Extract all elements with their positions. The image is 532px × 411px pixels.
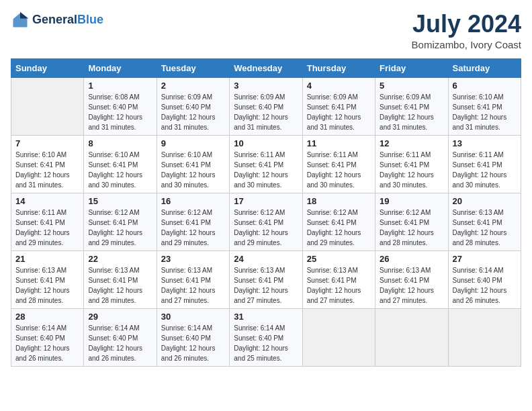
day-number: 9 <box>161 138 225 148</box>
calendar-cell: 16Sunrise: 6:12 AMSunset: 6:41 PMDayligh… <box>157 193 229 250</box>
day-info: Sunrise: 6:10 AMSunset: 6:41 PMDaylight:… <box>88 150 152 190</box>
day-info: Sunrise: 6:11 AMSunset: 6:41 PMDaylight:… <box>307 150 371 190</box>
calendar-cell: 30Sunrise: 6:14 AMSunset: 6:40 PMDayligh… <box>157 308 229 366</box>
day-number: 5 <box>380 81 443 91</box>
day-info: Sunrise: 6:12 AMSunset: 6:41 PMDaylight:… <box>380 208 443 248</box>
svg-marker-1 <box>20 12 28 19</box>
calendar-cell: 22Sunrise: 6:13 AMSunset: 6:41 PMDayligh… <box>84 250 157 308</box>
calendar-cell: 6Sunrise: 6:10 AMSunset: 6:41 PMDaylight… <box>448 77 521 135</box>
day-info: Sunrise: 6:12 AMSunset: 6:41 PMDaylight:… <box>161 208 225 248</box>
calendar-cell: 21Sunrise: 6:13 AMSunset: 6:41 PMDayligh… <box>11 250 84 308</box>
calendar-cell: 13Sunrise: 6:11 AMSunset: 6:41 PMDayligh… <box>448 135 521 193</box>
calendar-cell: 8Sunrise: 6:10 AMSunset: 6:41 PMDaylight… <box>84 135 157 193</box>
calendar-cell: 24Sunrise: 6:13 AMSunset: 6:41 PMDayligh… <box>230 250 302 308</box>
day-info: Sunrise: 6:10 AMSunset: 6:41 PMDaylight:… <box>15 150 79 190</box>
calendar-week-row: 7Sunrise: 6:10 AMSunset: 6:41 PMDaylight… <box>11 135 521 193</box>
column-header-monday: Monday <box>84 58 157 77</box>
title-section: July 2024 Bomizambo, Ivory Coast <box>412 11 521 50</box>
day-number: 26 <box>380 254 443 264</box>
calendar-cell: 11Sunrise: 6:11 AMSunset: 6:41 PMDayligh… <box>302 135 375 193</box>
day-number: 16 <box>161 196 225 206</box>
day-number: 29 <box>88 312 152 322</box>
day-info: Sunrise: 6:13 AMSunset: 6:41 PMDaylight:… <box>234 265 298 306</box>
calendar-cell <box>448 308 521 366</box>
calendar-week-row: 1Sunrise: 6:08 AMSunset: 6:40 PMDaylight… <box>11 77 521 135</box>
logo-text: GeneralBlue <box>32 13 103 27</box>
day-info: Sunrise: 6:09 AMSunset: 6:41 PMDaylight:… <box>380 92 443 132</box>
calendar-week-row: 21Sunrise: 6:13 AMSunset: 6:41 PMDayligh… <box>11 250 521 308</box>
calendar-cell: 28Sunrise: 6:14 AMSunset: 6:40 PMDayligh… <box>11 308 84 366</box>
calendar-cell: 7Sunrise: 6:10 AMSunset: 6:41 PMDaylight… <box>11 135 84 193</box>
calendar-table: SundayMondayTuesdayWednesdayThursdayFrid… <box>11 58 521 367</box>
day-info: Sunrise: 6:08 AMSunset: 6:40 PMDaylight:… <box>88 92 152 132</box>
calendar-cell: 29Sunrise: 6:14 AMSunset: 6:40 PMDayligh… <box>84 308 157 366</box>
day-number: 1 <box>88 81 152 91</box>
day-number: 3 <box>234 81 298 91</box>
calendar-cell: 1Sunrise: 6:08 AMSunset: 6:40 PMDaylight… <box>84 77 157 135</box>
day-info: Sunrise: 6:12 AMSunset: 6:41 PMDaylight:… <box>234 208 298 248</box>
calendar-cell: 3Sunrise: 6:09 AMSunset: 6:40 PMDaylight… <box>230 77 302 135</box>
day-info: Sunrise: 6:10 AMSunset: 6:41 PMDaylight:… <box>161 150 225 190</box>
logo-icon <box>11 11 30 30</box>
day-info: Sunrise: 6:13 AMSunset: 6:41 PMDaylight:… <box>307 265 371 306</box>
calendar-cell: 18Sunrise: 6:12 AMSunset: 6:41 PMDayligh… <box>302 193 375 250</box>
calendar-cell <box>302 308 375 366</box>
day-info: Sunrise: 6:13 AMSunset: 6:41 PMDaylight:… <box>15 265 79 306</box>
day-number: 20 <box>453 196 517 206</box>
day-number: 15 <box>88 196 152 206</box>
day-info: Sunrise: 6:14 AMSunset: 6:40 PMDaylight:… <box>161 323 225 363</box>
day-info: Sunrise: 6:14 AMSunset: 6:40 PMDaylight:… <box>453 265 517 306</box>
calendar-cell: 27Sunrise: 6:14 AMSunset: 6:40 PMDayligh… <box>448 250 521 308</box>
day-number: 27 <box>453 254 517 264</box>
day-number: 4 <box>307 81 371 91</box>
day-number: 30 <box>161 312 225 322</box>
day-number: 24 <box>234 254 298 264</box>
calendar-cell: 20Sunrise: 6:13 AMSunset: 6:41 PMDayligh… <box>448 193 521 250</box>
day-number: 17 <box>234 196 298 206</box>
day-info: Sunrise: 6:12 AMSunset: 6:41 PMDaylight:… <box>88 208 152 248</box>
day-number: 13 <box>453 138 517 148</box>
day-number: 2 <box>161 81 225 91</box>
day-number: 19 <box>380 196 443 206</box>
day-number: 18 <box>307 196 371 206</box>
header: GeneralBlue July 2024 Bomizambo, Ivory C… <box>11 11 521 50</box>
calendar-cell: 12Sunrise: 6:11 AMSunset: 6:41 PMDayligh… <box>375 135 448 193</box>
logo: GeneralBlue <box>11 11 103 30</box>
day-info: Sunrise: 6:09 AMSunset: 6:41 PMDaylight:… <box>307 92 371 132</box>
day-info: Sunrise: 6:14 AMSunset: 6:40 PMDaylight:… <box>88 323 152 363</box>
day-number: 6 <box>453 81 517 91</box>
day-info: Sunrise: 6:13 AMSunset: 6:41 PMDaylight:… <box>161 265 225 306</box>
day-info: Sunrise: 6:13 AMSunset: 6:41 PMDaylight:… <box>380 265 443 306</box>
day-number: 22 <box>88 254 152 264</box>
day-info: Sunrise: 6:11 AMSunset: 6:41 PMDaylight:… <box>15 208 79 248</box>
column-header-tuesday: Tuesday <box>157 58 229 77</box>
day-number: 21 <box>15 254 79 264</box>
day-number: 10 <box>234 138 298 148</box>
calendar-cell: 15Sunrise: 6:12 AMSunset: 6:41 PMDayligh… <box>84 193 157 250</box>
calendar-cell: 10Sunrise: 6:11 AMSunset: 6:41 PMDayligh… <box>230 135 302 193</box>
calendar-cell: 2Sunrise: 6:09 AMSunset: 6:40 PMDaylight… <box>157 77 229 135</box>
location-title: Bomizambo, Ivory Coast <box>412 39 521 50</box>
day-info: Sunrise: 6:10 AMSunset: 6:41 PMDaylight:… <box>453 92 517 132</box>
calendar-cell: 26Sunrise: 6:13 AMSunset: 6:41 PMDayligh… <box>375 250 448 308</box>
column-header-saturday: Saturday <box>448 58 521 77</box>
calendar-cell <box>11 77 84 135</box>
day-number: 25 <box>307 254 371 264</box>
day-info: Sunrise: 6:14 AMSunset: 6:40 PMDaylight:… <box>234 323 298 363</box>
calendar-cell: 5Sunrise: 6:09 AMSunset: 6:41 PMDaylight… <box>375 77 448 135</box>
day-number: 8 <box>88 138 152 148</box>
day-number: 31 <box>234 312 298 322</box>
calendar-cell: 25Sunrise: 6:13 AMSunset: 6:41 PMDayligh… <box>302 250 375 308</box>
day-number: 11 <box>307 138 371 148</box>
day-info: Sunrise: 6:12 AMSunset: 6:41 PMDaylight:… <box>307 208 371 248</box>
calendar-cell: 31Sunrise: 6:14 AMSunset: 6:40 PMDayligh… <box>230 308 302 366</box>
day-info: Sunrise: 6:11 AMSunset: 6:41 PMDaylight:… <box>453 150 517 190</box>
column-header-sunday: Sunday <box>11 58 84 77</box>
month-title: July 2024 <box>412 11 521 38</box>
column-header-thursday: Thursday <box>302 58 375 77</box>
calendar-cell <box>375 308 448 366</box>
day-number: 7 <box>15 138 79 148</box>
day-number: 14 <box>15 196 79 206</box>
calendar-header-row: SundayMondayTuesdayWednesdayThursdayFrid… <box>11 58 521 77</box>
day-info: Sunrise: 6:13 AMSunset: 6:41 PMDaylight:… <box>453 208 517 248</box>
